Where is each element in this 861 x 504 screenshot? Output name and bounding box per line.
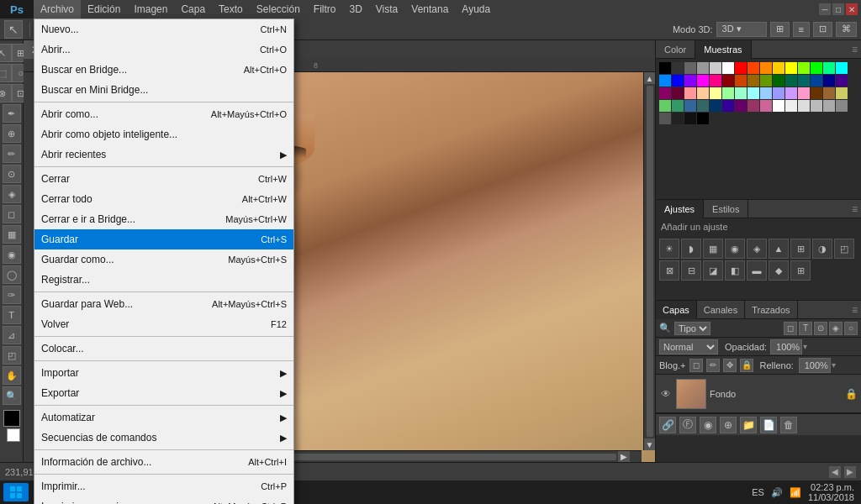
layer-visibility-icon[interactable]: 👁	[659, 387, 673, 401]
menu-registrar[interactable]: Registrar...	[34, 270, 293, 290]
fill-input[interactable]	[799, 358, 831, 373]
color-swatch[interactable]	[798, 87, 810, 99]
color-swatch[interactable]	[798, 75, 810, 87]
adjust-icon-pattern[interactable]: ⊞	[790, 260, 811, 281]
color-swatch[interactable]	[798, 62, 810, 74]
foreground-color[interactable]	[3, 410, 20, 427]
color-swatch[interactable]	[773, 87, 784, 99]
color-swatch[interactable]	[785, 100, 797, 112]
menu-automatizar[interactable]: Automatizar ▶	[34, 407, 293, 428]
adjust-icon-brightness[interactable]: ☀	[659, 239, 679, 259]
tool-blur[interactable]: ◉	[3, 245, 21, 264]
adjust-icon-channel[interactable]: ⊠	[659, 260, 679, 281]
menu-nuevo[interactable]: Nuevo... Ctrl+N	[34, 19, 293, 39]
blend-mode-select[interactable]: Normal	[659, 339, 718, 354]
adjust-icon-hsl[interactable]: ▲	[769, 239, 789, 259]
color-swatch[interactable]	[811, 100, 822, 112]
menu-imprimir-copia[interactable]: Imprimir una copia Alt+Mayús+Ctrl+P	[34, 496, 293, 504]
color-swatch[interactable]	[747, 62, 759, 74]
adjust-icon-gradient[interactable]: ▬	[747, 260, 767, 281]
color-swatch[interactable]	[684, 113, 696, 124]
layers-menu-icon[interactable]: ≡	[848, 304, 861, 316]
options-extra2[interactable]: ≡	[793, 22, 810, 37]
start-button[interactable]	[3, 483, 29, 501]
color-swatch[interactable]	[697, 113, 709, 124]
color-swatch[interactable]	[722, 62, 734, 74]
adjust-icon-photo[interactable]: ◰	[834, 239, 854, 259]
tab-trazados[interactable]: Trazados	[745, 301, 797, 319]
menu-3d[interactable]: 3D	[342, 0, 368, 18]
color-swatch[interactable]	[659, 100, 671, 112]
adjust-icon-curves[interactable]: ◗	[681, 239, 701, 259]
layer-mask-btn[interactable]: ◉	[700, 417, 716, 433]
color-swatch[interactable]	[811, 75, 822, 87]
color-swatch[interactable]	[836, 100, 848, 112]
options-extra1[interactable]: ⊞	[770, 22, 790, 37]
lock-image[interactable]: ✏	[706, 359, 720, 372]
tab-ajustes[interactable]: Ajustes	[656, 200, 704, 218]
menu-importar[interactable]: Importar ▶	[34, 363, 293, 383]
color-swatch[interactable]	[697, 62, 709, 74]
menu-ayuda[interactable]: Ayuda	[455, 0, 497, 18]
menu-volver[interactable]: Volver F12	[34, 314, 293, 334]
color-swatch[interactable]	[836, 62, 848, 74]
color-swatch[interactable]	[760, 62, 772, 74]
color-swatch[interactable]	[735, 62, 747, 74]
color-swatch[interactable]	[785, 75, 797, 87]
menu-guardar-como[interactable]: Guardar como... Mayús+Ctrl+S	[34, 249, 293, 270]
color-swatch[interactable]	[747, 75, 759, 87]
color-swatch[interactable]	[710, 100, 721, 112]
background-color[interactable]	[7, 428, 20, 442]
color-swatch[interactable]	[710, 62, 721, 74]
color-swatch[interactable]	[697, 87, 709, 99]
tool-clone[interactable]: ⊙	[3, 165, 21, 183]
tool-dodge[interactable]: ◯	[3, 265, 21, 284]
menu-vista[interactable]: Vista	[369, 0, 404, 18]
layer-filter-smart[interactable]: ◈	[829, 322, 843, 335]
color-swatch[interactable]	[722, 100, 734, 112]
menu-capa[interactable]: Capa	[174, 0, 212, 18]
menu-info-archivo[interactable]: Información de archivo... Alt+Ctrl+I	[34, 452, 293, 472]
tab-canales[interactable]: Canales	[697, 301, 745, 319]
color-swatch[interactable]	[785, 87, 797, 99]
tool-path[interactable]: ⊿	[3, 326, 21, 344]
tool-zoom[interactable]: 🔍	[3, 386, 21, 405]
lock-all[interactable]: 🔒	[740, 359, 753, 372]
color-swatch[interactable]	[722, 87, 734, 99]
scrollbar-v[interactable]	[647, 86, 653, 437]
layer-style-btn[interactable]: Ⓕ	[679, 417, 696, 433]
color-swatch[interactable]	[672, 87, 684, 99]
tool-rect-select[interactable]: ⬚	[0, 64, 12, 82]
tool-hand[interactable]: ✋	[3, 366, 21, 385]
opacity-input[interactable]	[770, 339, 802, 354]
color-swatch[interactable]	[747, 87, 759, 99]
tab-capas[interactable]: Capas	[656, 301, 697, 319]
tool-quick-select[interactable]: ⊗	[0, 84, 12, 102]
color-swatch[interactable]	[823, 75, 835, 87]
color-swatch[interactable]	[684, 87, 696, 99]
color-swatch[interactable]	[823, 62, 835, 74]
nav-prev[interactable]: ◀	[829, 466, 841, 478]
close-button[interactable]: ✕	[846, 3, 858, 15]
color-swatch[interactable]	[659, 62, 671, 74]
color-swatch[interactable]	[836, 87, 848, 99]
tab-color[interactable]: Color	[656, 40, 695, 59]
menu-mini-bridge[interactable]: Buscar en Mini Bridge...	[34, 80, 293, 100]
adjust-icon-colorbalance[interactable]: ⊞	[790, 239, 811, 259]
color-swatch[interactable]	[836, 75, 848, 87]
color-swatch[interactable]	[760, 100, 772, 112]
adjust-icon-exposure[interactable]: ◉	[725, 239, 745, 259]
menu-abrir[interactable]: Abrir... Ctrl+O	[34, 39, 293, 60]
new-layer-btn[interactable]: 📄	[760, 417, 777, 433]
taskbar-audio-icon[interactable]: 🔊	[771, 487, 783, 498]
color-swatch[interactable]	[747, 100, 759, 112]
menu-cerrar-todo[interactable]: Cerrar todo Alt+Ctrl+W	[34, 189, 293, 209]
color-swatch[interactable]	[735, 75, 747, 87]
color-swatch[interactable]	[672, 100, 684, 112]
delete-layer-btn[interactable]: 🗑	[780, 417, 797, 433]
menu-cerrar[interactable]: Cerrar Ctrl+W	[34, 169, 293, 189]
color-swatch[interactable]	[735, 100, 747, 112]
tool-eyedropper[interactable]: ✒	[3, 104, 21, 123]
tool-gradient[interactable]: ▦	[3, 225, 21, 244]
tool-eraser[interactable]: ◻	[3, 205, 21, 223]
